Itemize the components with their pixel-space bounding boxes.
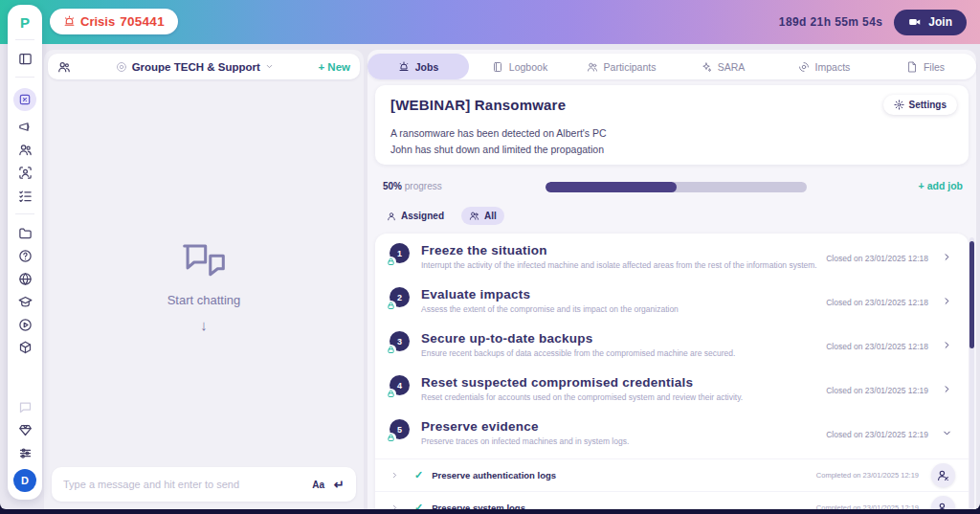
video-camera-icon bbox=[908, 15, 922, 29]
send-return-icon[interactable]: ↵ bbox=[334, 478, 345, 492]
chevron-right-icon[interactable] bbox=[942, 340, 952, 350]
user-scan-icon[interactable] bbox=[18, 166, 33, 180]
person-x-icon bbox=[937, 469, 949, 481]
sliders-icon[interactable] bbox=[18, 446, 33, 460]
subtask-status: Completed on 23/01/2025 12:19 bbox=[816, 503, 919, 509]
diamond-icon[interactable] bbox=[18, 423, 33, 437]
sidebar: P D bbox=[8, 5, 42, 500]
lock-icon bbox=[386, 301, 396, 311]
chevron-right-icon[interactable] bbox=[390, 471, 399, 480]
gear-icon bbox=[894, 100, 904, 110]
group-selector[interactable]: Groupe TECH & Support bbox=[71, 61, 318, 73]
subtask-title: Preserve system logs bbox=[432, 503, 525, 509]
speech-bubbles-icon bbox=[179, 241, 229, 283]
job-number-badge: 4 bbox=[390, 375, 410, 395]
countdown-timer: 189d 21h 55m 54s bbox=[779, 15, 882, 29]
tab-label: SARA bbox=[718, 61, 746, 73]
progress-bar bbox=[546, 182, 807, 192]
tab-impacts[interactable]: Impacts bbox=[773, 54, 875, 79]
divider bbox=[15, 213, 34, 214]
lock-icon bbox=[386, 389, 396, 399]
chat-header: Groupe TECH & Support + New bbox=[48, 54, 360, 79]
scrollbar-track[interactable] bbox=[969, 237, 974, 509]
graduation-cap-icon[interactable] bbox=[18, 295, 33, 309]
tab-jobs[interactable]: Jobs bbox=[368, 54, 469, 79]
job-row-1[interactable]: 1 Freeze the situation Interrupt the act… bbox=[375, 238, 969, 282]
checklist-icon[interactable] bbox=[18, 189, 33, 203]
progress-bar-fill bbox=[546, 182, 677, 192]
empty-chat-text: Start chatting bbox=[167, 293, 241, 307]
job-number: 3 bbox=[397, 337, 402, 346]
divider bbox=[15, 77, 34, 78]
job-status: Closed on 23/01/2025 12:18 bbox=[826, 342, 928, 351]
unassign-user-button[interactable] bbox=[931, 463, 955, 487]
settings-label: Settings bbox=[909, 100, 947, 110]
job-number-badge: 2 bbox=[390, 287, 410, 307]
chevron-right-icon[interactable] bbox=[942, 296, 952, 306]
page-title: [WEBINAR] Ransomware bbox=[390, 97, 953, 113]
message-input[interactable] bbox=[63, 479, 302, 490]
participants-icon[interactable] bbox=[57, 60, 71, 74]
alarm-icon bbox=[63, 15, 76, 28]
settings-button[interactable]: Settings bbox=[883, 95, 957, 115]
down-arrow-icon: ↓ bbox=[200, 317, 208, 333]
tab-label: Impacts bbox=[815, 61, 851, 73]
chevron-down-icon[interactable] bbox=[942, 428, 952, 438]
folder-icon[interactable] bbox=[18, 226, 33, 240]
file-icon bbox=[906, 61, 918, 73]
new-message-button[interactable]: + New bbox=[318, 61, 350, 73]
main-panel: Jobs Logbook Participants SARA Impacts F… bbox=[368, 50, 976, 509]
unassign-user-button[interactable] bbox=[931, 496, 955, 509]
help-circle-icon[interactable] bbox=[18, 249, 33, 263]
description-line: John has shut down and limited the propa… bbox=[390, 142, 953, 158]
progress-text: progress bbox=[402, 181, 442, 191]
crisis-board-icon[interactable] bbox=[13, 88, 36, 111]
scrollbar-thumb[interactable] bbox=[969, 241, 974, 348]
app-logo[interactable]: P bbox=[20, 13, 30, 33]
divider bbox=[15, 39, 34, 40]
tab-files[interactable]: Files bbox=[875, 54, 976, 79]
tab-label: Files bbox=[924, 61, 945, 73]
person-x-icon bbox=[937, 502, 949, 509]
user-avatar[interactable]: D bbox=[13, 469, 36, 492]
filter-assigned[interactable]: Assigned bbox=[379, 207, 452, 225]
users-icon[interactable] bbox=[18, 143, 33, 157]
join-button[interactable]: Join bbox=[894, 10, 967, 35]
filter-all[interactable]: All bbox=[461, 207, 504, 225]
progress-value: 50% bbox=[383, 181, 402, 191]
tab-logbook[interactable]: Logbook bbox=[469, 54, 570, 79]
job-status: Closed on 23/01/2025 12:18 bbox=[826, 254, 928, 263]
check-icon: ✓ bbox=[414, 469, 423, 481]
globe-icon[interactable] bbox=[18, 272, 33, 286]
chevron-right-icon[interactable] bbox=[942, 252, 952, 262]
job-row-4[interactable]: 4 Reset suspected compromised credential… bbox=[375, 370, 969, 414]
job-filters: Assigned All bbox=[379, 207, 504, 225]
group-name: Groupe TECH & Support bbox=[132, 61, 260, 73]
job-row-3[interactable]: 3 Secure up-to-date backups Ensure recen… bbox=[375, 326, 969, 370]
progress-section: 50% progress + add job bbox=[375, 177, 969, 198]
tab-participants[interactable]: Participants bbox=[570, 54, 672, 79]
job-row-5[interactable]: 5 Preserve evidence Preserve traces on i… bbox=[375, 414, 969, 458]
subtask-row-2[interactable]: ✓ Preserve system logs Completed on 23/0… bbox=[375, 491, 969, 509]
job-status: Closed on 23/01/2025 12:19 bbox=[826, 430, 928, 439]
crisis-number: 705441 bbox=[120, 14, 165, 29]
megaphone-icon[interactable] bbox=[18, 120, 33, 134]
people-icon bbox=[469, 211, 479, 221]
job-row-2[interactable]: 2 Evaluate impacts Assess the extent of … bbox=[375, 282, 969, 326]
topbar-right: 189d 21h 55m 54s Join bbox=[779, 0, 967, 44]
job-status: Closed on 23/01/2025 12:19 bbox=[826, 386, 928, 395]
chevron-right-icon[interactable] bbox=[942, 384, 952, 394]
subtask-row-1[interactable]: ✓ Preserve authentication logs Completed… bbox=[375, 458, 969, 491]
chat-bubble-icon[interactable] bbox=[18, 400, 33, 414]
text-format-button[interactable]: Aa bbox=[312, 480, 324, 490]
job-header-card: [WEBINAR] Ransomware Settings A ransomwa… bbox=[375, 85, 969, 165]
tab-sara[interactable]: SARA bbox=[672, 54, 773, 79]
check-icon: ✓ bbox=[414, 502, 423, 509]
chevron-right-icon[interactable] bbox=[390, 503, 399, 509]
columns-layout-icon[interactable] bbox=[18, 52, 33, 66]
cube-icon[interactable] bbox=[18, 341, 33, 355]
app-window: Crisis 705441 189d 21h 55m 54s Join P bbox=[0, 0, 980, 509]
play-circle-icon[interactable] bbox=[18, 318, 33, 332]
add-job-button[interactable]: + add job bbox=[919, 180, 963, 191]
crisis-label: Crisis bbox=[80, 14, 115, 29]
